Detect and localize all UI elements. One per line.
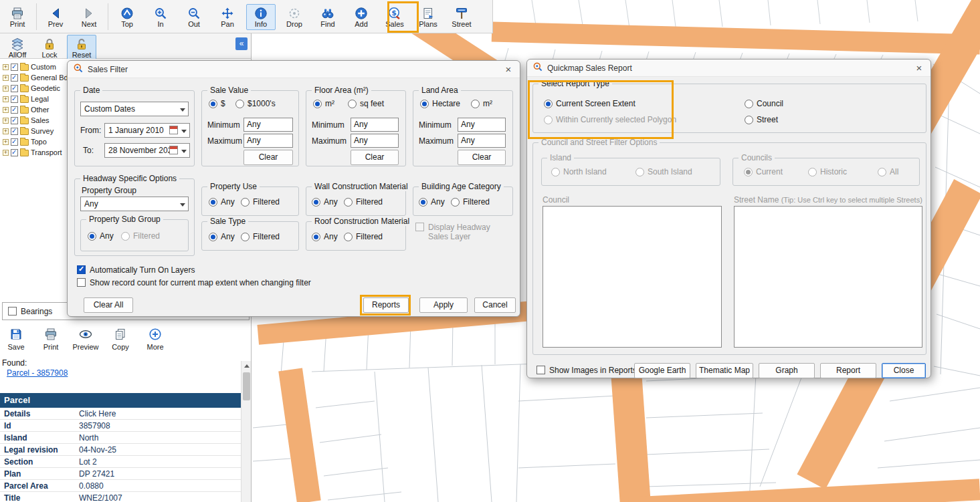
toolbar-button[interactable]: $ Sales — [380, 4, 409, 30]
clear-button[interactable]: Clear — [458, 150, 506, 165]
minimum-input[interactable]: Any — [458, 118, 506, 132]
filtered-radio[interactable]: Filtered — [241, 197, 280, 207]
council-listbox[interactable] — [543, 206, 722, 348]
cancel-button[interactable]: Cancel — [474, 297, 516, 313]
toolbar-button[interactable]: Info — [246, 4, 276, 30]
filtered-radio[interactable]: Filtered — [451, 197, 490, 207]
maximum-input[interactable]: Any — [458, 134, 506, 148]
expand-icon[interactable] — [3, 96, 9, 102]
layer-tree-item[interactable]: Topo — [1, 136, 72, 147]
toolbar-button[interactable]: Drop — [280, 4, 309, 30]
record-count-option[interactable]: Show record count for current map extent… — [77, 278, 311, 287]
apply-button[interactable]: Apply — [419, 297, 468, 313]
any-radio[interactable]: Any — [209, 197, 235, 207]
any-radio[interactable]: Any — [312, 232, 338, 241]
layer-tree-item[interactable]: Sales — [1, 115, 72, 126]
reports-button[interactable]: Reports — [363, 297, 409, 313]
toolbar-button[interactable]: Find — [313, 4, 342, 30]
property-group-select[interactable]: Any — [80, 197, 189, 211]
result-toolbar-button[interactable]: Save — [1, 326, 31, 352]
result-toolbar-button[interactable]: Copy — [106, 326, 135, 352]
layer-tree-item[interactable]: Other — [1, 104, 72, 115]
close-icon[interactable]: × — [502, 64, 514, 75]
layer-checkbox[interactable] — [11, 117, 18, 124]
expand-icon[interactable] — [3, 75, 9, 81]
toolbar-button[interactable]: Lock — [35, 35, 64, 61]
council-radio[interactable]: Council — [745, 99, 783, 108]
layer-checkbox[interactable] — [11, 96, 18, 103]
expand-icon[interactable] — [3, 150, 9, 156]
layer-tree-item[interactable]: Geodetic — [1, 83, 72, 94]
minimum-input[interactable]: Any — [351, 118, 399, 132]
result-toolbar-button[interactable]: More — [140, 326, 170, 352]
from-date-input[interactable]: 1 January 2010 — [104, 123, 190, 138]
layer-checkbox[interactable] — [11, 85, 18, 92]
expand-icon[interactable] — [3, 128, 9, 134]
layer-checkbox[interactable] — [11, 138, 18, 146]
auto-layers-checkbox[interactable] — [77, 265, 86, 274]
toolbar-button[interactable]: Print — [3, 4, 32, 30]
found-parcel-link[interactable]: Parcel - 3857908 — [7, 368, 68, 378]
filtered-radio[interactable]: Filtered — [344, 197, 383, 207]
close-icon[interactable]: × — [913, 62, 925, 74]
graph-button[interactable]: Graph — [759, 363, 815, 378]
toolbar-button[interactable]: Pan — [213, 4, 242, 30]
filtered-radio[interactable]: Filtered — [241, 232, 280, 241]
maximum-input[interactable]: Any — [351, 134, 399, 148]
layer-tree-item[interactable]: Custom — [1, 61, 72, 72]
current-screen-extent-radio[interactable]: Current Screen Extent — [544, 99, 635, 108]
clear-all-button[interactable]: Clear All — [84, 297, 133, 313]
scrollbar[interactable] — [241, 361, 251, 502]
layer-tree-item[interactable]: General Bdy — [1, 72, 72, 83]
bearings-checkbox[interactable] — [8, 307, 17, 316]
filtered-radio[interactable]: Filtered — [344, 232, 383, 241]
layer-checkbox[interactable] — [11, 74, 18, 82]
report-button[interactable]: Report — [820, 363, 876, 378]
toolbar-button[interactable]: Prev — [41, 4, 70, 30]
layer-checkbox[interactable] — [11, 128, 18, 135]
clear-button[interactable]: Clear — [351, 150, 399, 165]
toolbar-button[interactable]: In — [146, 4, 175, 30]
show-images-option[interactable]: Show Images in Reports — [536, 366, 637, 375]
thematic-map-button[interactable]: Thematic Map — [696, 363, 753, 378]
dollar-radio[interactable]: $ — [209, 99, 225, 108]
expand-icon[interactable] — [3, 86, 9, 92]
expand-icon[interactable] — [3, 64, 9, 70]
street-radio[interactable]: Street — [745, 115, 778, 124]
m2-radio[interactable]: m² — [471, 99, 492, 108]
toolbar-button[interactable]: Out — [179, 4, 209, 30]
expand-icon[interactable] — [3, 107, 9, 113]
dialog-titlebar[interactable]: Quickmap Sales Report — [527, 59, 930, 77]
date-preset-select[interactable]: Custom Dates — [80, 102, 189, 116]
result-toolbar-button[interactable]: Preview — [71, 326, 100, 352]
any-radio[interactable]: Any — [312, 197, 338, 207]
expand-icon[interactable] — [3, 118, 9, 124]
close-button[interactable]: Close — [882, 363, 926, 378]
toolbar-button[interactable]: Add — [347, 4, 376, 30]
thousands-radio[interactable]: $1000's — [235, 99, 276, 108]
street-listbox[interactable] — [734, 206, 922, 348]
any-radio[interactable]: Any — [419, 197, 445, 207]
sqfeet-radio[interactable]: sq feet — [348, 99, 384, 108]
hectare-radio[interactable]: Hectare — [420, 99, 460, 108]
record-count-checkbox[interactable] — [77, 278, 86, 287]
collapse-panel-button[interactable]: « — [235, 37, 248, 50]
to-date-input[interactable]: 28 November 2025 — [104, 143, 190, 158]
auto-layers-option[interactable]: Automatically Turn On Layers — [77, 265, 195, 275]
clear-button[interactable]: Clear — [243, 150, 293, 165]
show-images-checkbox[interactable] — [536, 366, 545, 374]
layer-tree-item[interactable]: Survey — [1, 126, 72, 136]
layer-checkbox[interactable] — [11, 106, 18, 114]
layer-checkbox[interactable] — [11, 64, 18, 71]
dialog-titlebar[interactable]: Sales Filter — [68, 61, 520, 78]
google-earth-button[interactable]: Google Earth — [634, 363, 690, 378]
toolbar-button[interactable]: Top — [112, 4, 142, 30]
toolbar-button[interactable]: Plans — [413, 4, 443, 30]
result-toolbar-button[interactable]: Print — [36, 326, 66, 352]
layer-checkbox[interactable] — [11, 149, 18, 156]
sub-any-radio[interactable]: Any — [88, 231, 114, 241]
scroll-thumb[interactable] — [243, 372, 250, 400]
toolbar-button[interactable]: Next — [74, 4, 104, 30]
toolbar-button[interactable]: Street — [447, 4, 476, 30]
any-radio[interactable]: Any — [209, 232, 235, 241]
